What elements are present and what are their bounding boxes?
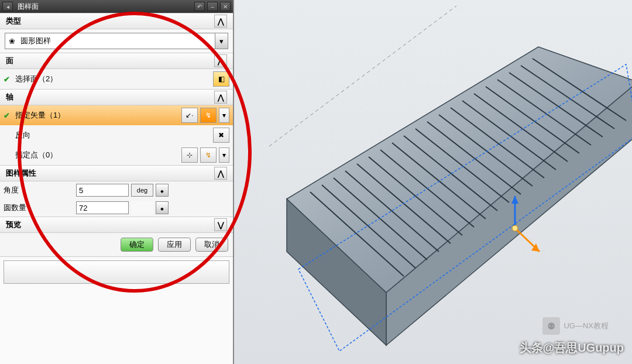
bottom-strip: [4, 260, 229, 284]
point-menu-arrow[interactable]: ▾: [219, 147, 229, 163]
check-icon: ✔: [4, 75, 13, 84]
angle-row: 角度 deg ⬥: [0, 181, 233, 199]
undo-icon[interactable]: ↶: [194, 2, 205, 11]
reverse-row[interactable]: 反向 ✖: [0, 125, 233, 145]
panel-spacer: [0, 256, 233, 364]
chevron-up-icon[interactable]: ⋀: [214, 91, 227, 104]
count-stepper[interactable]: ⬥: [156, 201, 169, 214]
check-icon: ✔: [4, 111, 13, 120]
vector-menu-arrow[interactable]: ▾: [219, 108, 229, 123]
dialog-title: 图样面: [15, 2, 192, 12]
vector-dialog-icon[interactable]: ↙·: [181, 108, 198, 123]
wechat-icon: ⚉: [542, 317, 560, 335]
select-face-row[interactable]: ✔ 选择面（2） ◧: [0, 69, 233, 89]
preview-label: 预览: [6, 219, 21, 230]
select-face-label: 选择面（2）: [15, 74, 211, 84]
close-icon[interactable]: ✕: [220, 2, 231, 11]
chevron-down-icon[interactable]: ⋁: [214, 218, 227, 231]
reverse-label: 反向: [15, 130, 211, 140]
chevron-up-icon[interactable]: ⋀: [214, 167, 227, 180]
back-icon[interactable]: ◂: [2, 2, 13, 11]
wechat-text: UG—NX教程: [564, 321, 609, 331]
specify-point-row[interactable]: 指定点（0） ⊹ ↯ ▾: [0, 145, 233, 165]
cube-icon[interactable]: ◧: [213, 71, 229, 87]
specify-vector-label: 指定矢量（1）: [15, 110, 179, 121]
pattern-type-value: 圆形图样: [18, 36, 215, 46]
minimize-icon[interactable]: –: [207, 2, 218, 11]
angle-label: 角度: [4, 185, 74, 195]
reverse-icon[interactable]: ✖: [213, 128, 229, 143]
pattern-props-header[interactable]: 图样属性 ⋀: [0, 165, 233, 181]
model-svg: [234, 0, 632, 364]
count-row: 圆数量 ⬥: [0, 199, 233, 217]
angle-input[interactable]: [76, 184, 129, 197]
svg-point-29: [512, 225, 518, 231]
type-section-body: ❀ 圆形图样 ▾: [0, 29, 233, 53]
chevron-down-icon[interactable]: ▾: [215, 33, 228, 49]
type-section-header[interactable]: 类型 ⋀: [0, 13, 233, 29]
flower-icon: ❀: [5, 37, 18, 46]
pattern-props-label: 图样属性: [6, 168, 36, 178]
infer-vector-icon[interactable]: ↯: [200, 108, 217, 123]
chevron-up-icon[interactable]: ⋀: [214, 54, 227, 67]
specify-vector-row[interactable]: ✔ 指定矢量（1） ↙· ↯ ▾: [0, 105, 233, 125]
ok-button[interactable]: 确定: [121, 238, 153, 252]
spacer: [131, 201, 153, 214]
count-input[interactable]: [76, 201, 129, 214]
face-section-header[interactable]: 面 ⋀: [0, 53, 233, 69]
titlebar: ◂ 图样面 ↶ – ✕: [0, 0, 233, 13]
wechat-watermark: ⚉ UG—NX教程: [542, 317, 609, 335]
pattern-type-dropdown[interactable]: ❀ 圆形图样 ▾: [5, 33, 228, 49]
angle-stepper[interactable]: ⬥: [156, 184, 169, 197]
specify-point-label: 指定点（0）: [15, 150, 179, 160]
angle-unit[interactable]: deg: [131, 184, 153, 197]
cancel-button[interactable]: 取消: [195, 238, 228, 252]
author-watermark: 头条@吾思UGupup: [520, 340, 624, 356]
axis-section-header[interactable]: 轴 ⋀: [0, 89, 233, 105]
property-panel: ◂ 图样面 ↶ – ✕ 类型 ⋀ ❀ 圆形图样 ▾ 面 ⋀ ✔ 选择面（2） ◧…: [0, 0, 234, 364]
point-dialog-icon[interactable]: ⊹: [181, 147, 198, 163]
3d-viewport[interactable]: ⚉ UG—NX教程 头条@吾思UGupup: [234, 0, 632, 364]
type-label: 类型: [6, 16, 21, 26]
infer-point-icon[interactable]: ↯: [200, 147, 217, 163]
chevron-up-icon[interactable]: ⋀: [214, 15, 227, 28]
preview-section-header[interactable]: 预览 ⋁: [0, 217, 233, 233]
axis-label: 轴: [6, 92, 13, 102]
dialog-buttons: 确定 应用 取消: [0, 233, 233, 256]
face-label: 面: [6, 56, 13, 66]
count-label: 圆数量: [4, 202, 74, 213]
apply-button[interactable]: 应用: [158, 238, 191, 252]
